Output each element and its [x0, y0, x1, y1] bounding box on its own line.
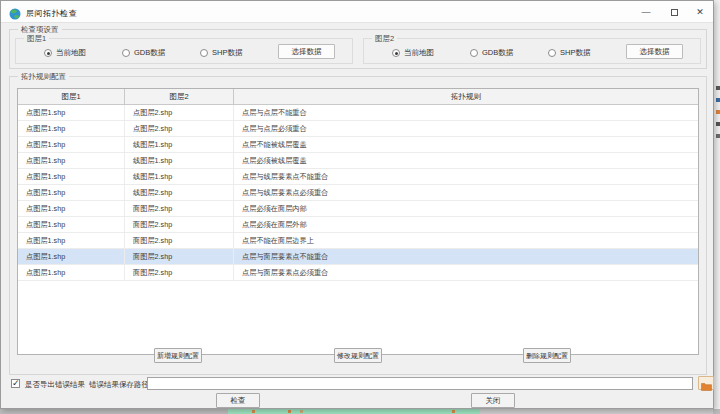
table-row[interactable]: 点图层1.shp面图层2.shp点层与面层要素点不能重合 [18, 249, 698, 265]
folder-icon [701, 382, 712, 391]
table-cell: 点图层1.shp [18, 233, 125, 248]
radio-layer1-shp-data[interactable] [200, 49, 208, 57]
table-row[interactable]: 点图层1.shp线图层1.shp点层不能被线层覆盖 [18, 137, 698, 153]
table-cell: 线图层1.shp [125, 153, 234, 168]
table-cell: 面图层2.shp [125, 217, 234, 232]
radio-label-layer1-shp-data: SHP数据 [212, 48, 242, 58]
map-gray-area [480, 409, 713, 414]
map-feature-dot [252, 410, 255, 413]
table-row[interactable]: 点图层1.shp点图层2.shp点层与点层不能重合 [18, 105, 698, 121]
table-cell: 面图层2.shp [125, 233, 234, 248]
table-cell: 点图层1.shp [18, 185, 125, 200]
column-header-rule[interactable]: 拓扑规则 [234, 89, 698, 104]
layer2-select-data-button[interactable]: 选择数据 [626, 44, 683, 59]
background-toolbar-icon [716, 86, 720, 90]
export-errors-checkbox[interactable] [11, 379, 20, 388]
layer1-select-data-button[interactable]: 选择数据 [278, 44, 335, 59]
table-cell: 点图层1.shp [18, 153, 125, 168]
map-feature-dot [288, 410, 291, 413]
table-cell: 点图层1.shp [18, 169, 125, 184]
table-cell: 点层必须在面层内部 [234, 201, 698, 216]
table-cell: 线图层1.shp [125, 169, 234, 184]
table-row[interactable]: 点图层1.shp面图层2.shp点层与面层要素点必须重合 [18, 265, 698, 281]
save-path-label: 错误结果保存路径: [89, 380, 151, 390]
table-row[interactable]: 点图层1.shp面图层2.shp点层不能在面层边界上 [18, 233, 698, 249]
add-rule-button[interactable]: 新增规则配置 [154, 348, 202, 363]
table-cell: 点层与线层要素点必须重合 [234, 185, 698, 200]
browse-folder-button[interactable] [698, 376, 714, 390]
close-button[interactable]: 关闭 [471, 393, 515, 408]
map-feature-dot [452, 410, 455, 413]
table-cell: 点图层1.shp [18, 121, 125, 136]
table-row[interactable]: 点图层1.shp点图层2.shp点层与点层必须重合 [18, 121, 698, 137]
maximize-icon [671, 9, 678, 16]
table-cell: 点层必须被线层覆盖 [234, 153, 698, 168]
group-topology-rules-legend: 拓扑规则配置 [18, 72, 69, 81]
background-toolbar-icon [716, 98, 720, 102]
table-cell: 点图层1.shp [18, 105, 125, 120]
background-toolbar-icon [716, 134, 720, 138]
table-cell: 点层必须在面层外部 [234, 217, 698, 232]
radio-layer1-gdb-data[interactable] [122, 49, 130, 57]
table-cell: 点图层1.shp [18, 137, 125, 152]
table-row[interactable]: 点图层1.shp面图层2.shp点层必须在面层内部 [18, 201, 698, 217]
save-path-input[interactable] [147, 377, 693, 390]
rules-table: 图层1 图层2 拓扑规则 点图层1.shp点图层2.shp点层与点层不能重合点图… [17, 88, 699, 355]
radio-label-layer2-gdb-data: GDB数据 [482, 48, 513, 58]
table-row[interactable]: 点图层1.shp线图层1.shp点层与线层要素点不能重合 [18, 169, 698, 185]
map-feature-dot [300, 410, 303, 413]
table-cell: 点层不能在面层边界上 [234, 233, 698, 248]
delete-rule-button[interactable]: 删除规则配置 [523, 348, 571, 363]
table-cell: 面图层2.shp [125, 249, 234, 264]
background-toolbar-icon [716, 122, 720, 126]
dialog-layer-topology-check: 层间拓扑检查 — ✕ 检查项设置 图层1 当前地图 GDB数据 SHP数据 选择… [0, 0, 714, 409]
table-cell: 点层不能被线层覆盖 [234, 137, 698, 152]
close-icon[interactable]: ✕ [687, 1, 713, 23]
table-row[interactable]: 点图层1.shp线图层1.shp点层必须被线层覆盖 [18, 153, 698, 169]
radio-label-layer1-gdb-data: GDB数据 [134, 48, 165, 58]
background-toolbar-icon [716, 110, 720, 114]
table-cell: 点图层1.shp [18, 249, 125, 264]
radio-label-layer2-current-map: 当前地图 [404, 48, 434, 58]
column-header-layer1[interactable]: 图层1 [18, 89, 125, 104]
table-row[interactable]: 点图层1.shp面图层2.shp点层必须在面层外部 [18, 217, 698, 233]
screen: 层间拓扑检查 — ✕ 检查项设置 图层1 当前地图 GDB数据 SHP数据 选择… [0, 0, 720, 414]
table-cell: 点层与线层要素点不能重合 [234, 169, 698, 184]
radio-layer1-current-map[interactable] [44, 49, 52, 57]
radio-layer2-shp-data[interactable] [548, 49, 556, 57]
table-cell: 点图层2.shp [125, 121, 234, 136]
table-cell: 点层与点层不能重合 [234, 105, 698, 120]
table-body: 点图层1.shp点图层2.shp点层与点层不能重合点图层1.shp点图层2.sh… [18, 105, 698, 281]
rules-table-header: 图层1 图层2 拓扑规则 [18, 89, 698, 105]
table-cell: 面图层2.shp [125, 201, 234, 216]
map-green-area [228, 409, 480, 414]
table-cell: 面图层2.shp [125, 265, 234, 280]
radio-label-layer2-shp-data: SHP数据 [560, 48, 590, 58]
table-cell: 线图层1.shp [125, 137, 234, 152]
column-header-layer2[interactable]: 图层2 [125, 89, 234, 104]
table-cell: 点图层1.shp [18, 265, 125, 280]
table-cell: 点图层1.shp [18, 201, 125, 216]
group-layer2-legend: 图层2 [372, 34, 397, 43]
group-layer1-legend: 图层1 [24, 34, 49, 43]
window-title: 层间拓扑检查 [26, 8, 77, 19]
titlebar: 层间拓扑检查 — ✕ [1, 1, 713, 23]
table-row[interactable]: 点图层1.shp线图层2.shp点层与线层要素点必须重合 [18, 185, 698, 201]
radio-layer2-current-map[interactable] [392, 49, 400, 57]
modify-rule-button[interactable]: 修改规则配置 [334, 348, 382, 363]
check-button[interactable]: 检查 [216, 393, 260, 408]
table-cell: 线图层2.shp [125, 185, 234, 200]
maximize-button[interactable] [661, 1, 687, 23]
export-errors-label: 是否导出错误结果 [25, 380, 85, 390]
background-map-strip [0, 409, 720, 414]
background-app-right-strip [713, 0, 720, 414]
table-cell: 点层与面层要素点不能重合 [234, 249, 698, 264]
minimize-button[interactable]: — [633, 1, 659, 23]
group-check-settings-legend: 检查项设置 [18, 25, 62, 34]
table-cell: 点层与面层要素点必须重合 [234, 265, 698, 280]
radio-label-layer1-current-map: 当前地图 [56, 48, 86, 58]
app-globe-icon [9, 6, 21, 18]
table-cell: 点图层1.shp [18, 217, 125, 232]
table-cell: 点层与点层必须重合 [234, 121, 698, 136]
radio-layer2-gdb-data[interactable] [470, 49, 478, 57]
